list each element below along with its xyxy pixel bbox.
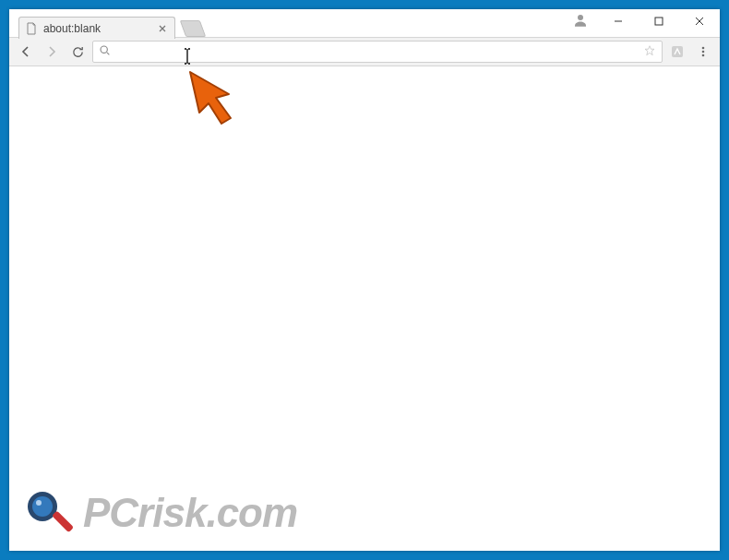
svg-rect-1 <box>655 18 663 25</box>
svg-point-0 <box>578 15 583 20</box>
minimize-button[interactable] <box>598 9 639 33</box>
svg-point-5 <box>702 51 705 54</box>
svg-point-9 <box>36 500 42 506</box>
reload-button[interactable] <box>66 41 89 63</box>
tab-strip: about:blank <box>18 17 203 37</box>
tab-close-icon[interactable] <box>156 22 169 35</box>
svg-point-4 <box>702 47 705 50</box>
browser-window: about:blank <box>9 9 720 551</box>
browser-tab[interactable]: about:blank <box>18 17 175 39</box>
back-button[interactable] <box>15 41 37 63</box>
svg-point-2 <box>101 46 107 53</box>
address-bar[interactable] <box>92 41 663 63</box>
profile-icon[interactable] <box>572 12 591 30</box>
extension-button[interactable] <box>666 41 688 63</box>
page-icon <box>25 22 38 35</box>
close-button[interactable] <box>679 9 720 33</box>
search-icon <box>99 44 111 59</box>
page-content <box>9 66 720 551</box>
watermark-text: PCrisk.com <box>83 490 297 536</box>
maximize-button[interactable] <box>639 9 679 33</box>
toolbar <box>9 37 720 66</box>
svg-point-6 <box>702 54 705 57</box>
bookmark-icon[interactable] <box>643 44 656 60</box>
tab-title: about:blank <box>43 22 150 35</box>
menu-icon[interactable] <box>692 41 714 63</box>
forward-button[interactable] <box>41 41 63 63</box>
new-tab-button[interactable] <box>180 20 207 37</box>
url-input[interactable] <box>116 45 638 59</box>
magnifier-icon <box>24 488 74 538</box>
window-controls <box>598 9 720 33</box>
watermark: PCrisk.com <box>24 488 297 538</box>
svg-rect-10 <box>52 510 74 532</box>
titlebar: about:blank <box>9 9 720 37</box>
svg-point-8 <box>32 496 53 517</box>
